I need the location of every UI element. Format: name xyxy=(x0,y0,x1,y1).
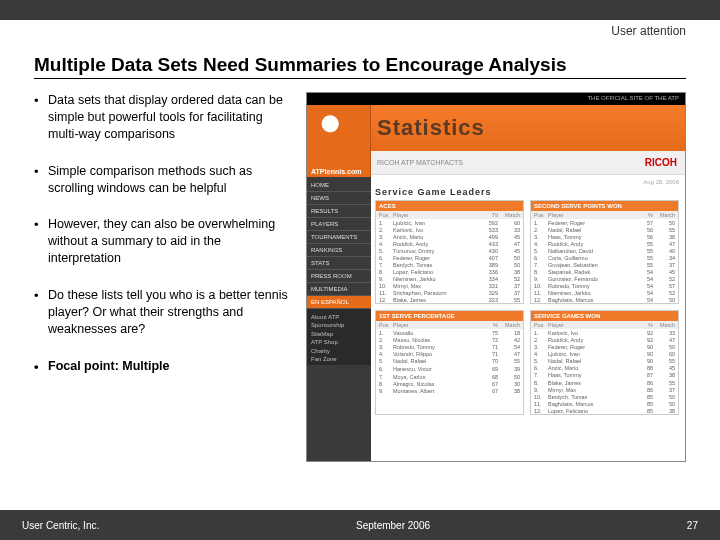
nav-item[interactable]: TOURNAMENTS xyxy=(307,231,371,244)
fig-main: Aug 28, 2006 Service Game Leaders ACESPo… xyxy=(371,175,685,461)
table-row: 7.Moya, Carlos6850 xyxy=(376,373,523,380)
table-row: 6.Hanescu, Victor6939 xyxy=(376,365,523,372)
top-bar xyxy=(0,0,720,20)
subbanner-left: RICOH ATP MATCHFACTS xyxy=(377,159,463,166)
fig-banner: ATPtennis.com Statistics xyxy=(307,105,685,151)
bullet-item: Do these lists tell you who is a better … xyxy=(34,287,294,338)
header-label: User attention xyxy=(611,24,686,38)
nav-item[interactable]: RANKINGS xyxy=(307,244,371,257)
table-row: 3.Robredo, Tommy7154 xyxy=(376,343,523,350)
table-row: 4.Volandri, Filippo7147 xyxy=(376,350,523,357)
table-row: 4.Roddick, Andy43347 xyxy=(376,240,523,247)
table-row: 8.Blake, James8655 xyxy=(531,379,678,386)
nav-item[interactable]: STATS xyxy=(307,257,371,270)
bullet-list: Data sets that display ordered data can … xyxy=(34,92,294,462)
table-row: 3.Haas, Tommy5638 xyxy=(531,233,678,240)
embedded-screenshot: THE OFFICIAL SITE OF THE ATP ATPtennis.c… xyxy=(306,92,686,462)
table-row: 1.Federer, Roger5750 xyxy=(531,219,678,226)
content-area: Data sets that display ordered data can … xyxy=(34,92,686,462)
stat-card: 1ST SERVE PERCENTAGEPosPlayer%Match1.Vas… xyxy=(375,310,524,415)
nav-espanol[interactable]: EN ESPAÑOL xyxy=(307,296,371,309)
stat-card: ACESPosPlayerTtlMatch1.Ljubicic, Ivan592… xyxy=(375,200,524,304)
ricoh-brand: RICOH xyxy=(645,157,685,168)
table-row: 2.Roddick, Andy9247 xyxy=(531,336,678,343)
table-row: 1.Vassallo7518 xyxy=(376,329,523,336)
footer-center: September 2006 xyxy=(356,520,430,531)
bullet-item: Data sets that display ordered data can … xyxy=(34,92,294,143)
table-row: 12.Baghdatis, Marcos5450 xyxy=(531,296,678,303)
table-row: 5.Tursunov, Dmitry43045 xyxy=(376,247,523,254)
card-header: SECOND SERVE POINTS WON xyxy=(531,201,678,211)
table-row: 4.Ljubicic, Ivan9060 xyxy=(531,350,678,357)
fig-section-title: Service Game Leaders xyxy=(375,187,679,197)
table-row: 9.Nieminen, Jarkko33452 xyxy=(376,275,523,282)
fig-date: Aug 28, 2006 xyxy=(375,179,679,185)
table-row: 6.Federer, Roger40750 xyxy=(376,254,523,261)
table-row: 11.Srichaphan, Paradorn32937 xyxy=(376,289,523,296)
card-columns: PosPlayer%Match xyxy=(376,321,523,329)
fig-topbar: THE OFFICIAL SITE OF THE ATP xyxy=(307,93,685,105)
stat-card: SERVICE GAMES WONPosPlayer%Match1.Karlov… xyxy=(530,310,679,415)
table-row: 7.Berdych, Tomas38950 xyxy=(376,261,523,268)
nav-item[interactable]: HOME xyxy=(307,179,371,192)
table-row: 5.Nadal, Rafael9055 xyxy=(531,357,678,364)
nav-item[interactable]: NEWS xyxy=(307,192,371,205)
footer-left: User Centric, Inc. xyxy=(22,520,99,531)
table-row: 3.Ancic, Mario49945 xyxy=(376,233,523,240)
bullet-item: Focal point: Multiple xyxy=(34,358,294,375)
nav-item[interactable]: PRESS ROOM xyxy=(307,270,371,283)
fig-tables: ACESPosPlayerTtlMatch1.Ljubicic, Ivan592… xyxy=(375,200,679,415)
stat-card: SECOND SERVE POINTS WONPosPlayer%Match1.… xyxy=(530,200,679,304)
table-row: 10.Robredo, Tommy5457 xyxy=(531,282,678,289)
nav-item[interactable]: MULTIMEDIA xyxy=(307,283,371,296)
fig-body: HOMENEWSRESULTSPLAYERSTOURNAMENTSRANKING… xyxy=(307,175,685,461)
card-columns: PosPlayer%Match xyxy=(531,211,678,219)
footer-page-number: 27 xyxy=(687,520,698,531)
table-row: 6.Coria, Guillermo5534 xyxy=(531,254,678,261)
bullet-item: However, they can also be overwhelming w… xyxy=(34,216,294,267)
bullet-item: Simple comparison methods such as scroll… xyxy=(34,163,294,197)
table-row: 12.Blake, James32355 xyxy=(376,296,523,303)
fig-nav: HOMENEWSRESULTSPLAYERSTOURNAMENTSRANKING… xyxy=(307,175,371,461)
table-row: 9.Gonzalez, Fernando5452 xyxy=(531,275,678,282)
slide-title: Multiple Data Sets Need Summaries to Enc… xyxy=(34,54,686,79)
table-row: 8.Lopez, Feliciano33638 xyxy=(376,268,523,275)
table-row: 10.Mirnyi, Max33137 xyxy=(376,282,523,289)
table-row: 2.Nadal, Rafael5655 xyxy=(531,226,678,233)
table-row: 7.Haas, Tommy8738 xyxy=(531,371,678,378)
table-row: 5.Nadal, Rafael7055 xyxy=(376,357,523,364)
table-row: 1.Karlovic, Ivo9233 xyxy=(531,329,678,336)
table-row: 9.Mirnyi, Max8637 xyxy=(531,386,678,393)
table-row: 1.Ljubicic, Ivan59260 xyxy=(376,219,523,226)
card-header: SERVICE GAMES WON xyxy=(531,311,678,321)
footer: User Centric, Inc. September 2006 27 xyxy=(0,510,720,540)
nav-item[interactable]: PLAYERS xyxy=(307,218,371,231)
table-row: 8.Almagro, Nicolas6730 xyxy=(376,380,523,387)
table-row: 7.Grosjean, Sebastien5537 xyxy=(531,261,678,268)
table-row: 10.Berdych, Tomas8550 xyxy=(531,393,678,400)
table-row: 12.Lopez, Feliciano8538 xyxy=(531,407,678,414)
nav-item[interactable]: RESULTS xyxy=(307,205,371,218)
nav-about-block: About ATPSponsorshipSiteMapATP ShopChari… xyxy=(307,309,371,365)
logo-text: ATPtennis.com xyxy=(311,168,361,175)
card-columns: PosPlayerTtlMatch xyxy=(376,211,523,219)
atp-logo: ATPtennis.com xyxy=(307,105,371,177)
card-header: ACES xyxy=(376,201,523,211)
card-header: 1ST SERVE PERCENTAGE xyxy=(376,311,523,321)
card-columns: PosPlayer%Match xyxy=(531,321,678,329)
table-row: 11.Baghdatis, Marcos8550 xyxy=(531,400,678,407)
table-row: 2.Massu, Nicolas7242 xyxy=(376,336,523,343)
table-row: 5.Nalbandian, David5540 xyxy=(531,247,678,254)
table-row: 6.Ancic, Mario8845 xyxy=(531,364,678,371)
banner-title: Statistics xyxy=(377,115,485,141)
table-row: 3.Federer, Roger9050 xyxy=(531,343,678,350)
table-row: 11.Nieminen, Jarkko5452 xyxy=(531,289,678,296)
table-row: 4.Roddick, Andy5547 xyxy=(531,240,678,247)
table-row: 8.Stepanek, Radek5445 xyxy=(531,268,678,275)
table-row: 9.Montanes, Albert6738 xyxy=(376,387,523,394)
table-row: 2.Karlovic, Ivo53333 xyxy=(376,226,523,233)
